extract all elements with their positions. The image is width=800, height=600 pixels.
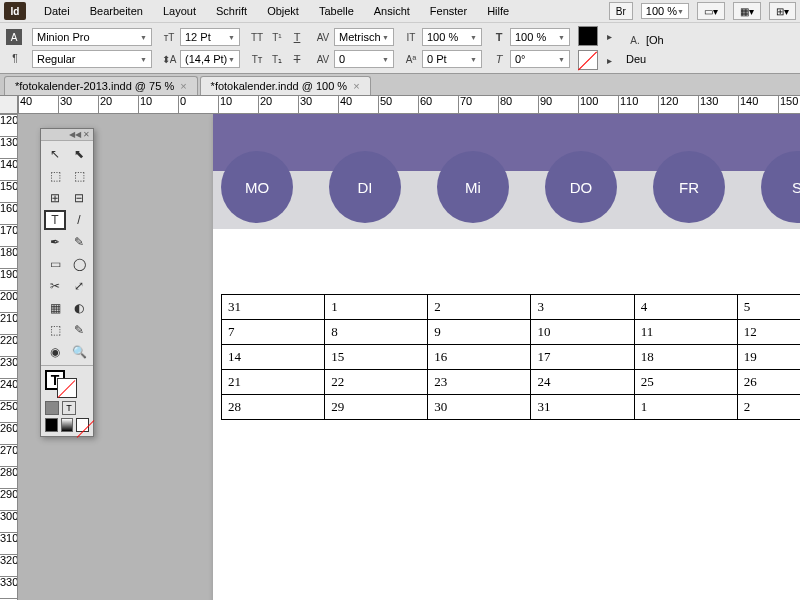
calendar-cell[interactable]: 23: [428, 370, 531, 395]
page[interactable]: MO DI Mi DO FR S 31123457891011121415161…: [213, 114, 800, 600]
calendar-cell[interactable]: 1: [325, 295, 428, 320]
tool-2[interactable]: ⬚: [44, 166, 66, 186]
tool-18[interactable]: ◉: [44, 342, 66, 362]
superscript-icon[interactable]: T¹: [268, 28, 286, 46]
ruler-origin[interactable]: [0, 96, 18, 114]
none-color-icon[interactable]: [76, 418, 89, 432]
calendar-cell[interactable]: 2: [428, 295, 531, 320]
fill-swatch[interactable]: [578, 26, 598, 46]
tool-15[interactable]: ◐: [68, 298, 90, 318]
calendar-cell[interactable]: 5: [737, 295, 800, 320]
calendar-cell[interactable]: 14: [222, 345, 325, 370]
font-family-select[interactable]: Minion Pro▼: [32, 28, 152, 46]
tool-14[interactable]: ▦: [44, 298, 66, 318]
subscript-icon[interactable]: T₁: [268, 50, 286, 68]
calendar-cell[interactable]: 9: [428, 320, 531, 345]
calendar-cell[interactable]: 16: [428, 345, 531, 370]
allcaps-icon[interactable]: TT: [248, 28, 266, 46]
baseline-select[interactable]: 0 Pt▼: [422, 50, 482, 68]
leading-select[interactable]: (14,4 Pt)▼: [180, 50, 240, 68]
tool-19[interactable]: 🔍: [68, 342, 90, 362]
tool-8[interactable]: ✒: [44, 232, 66, 252]
kerning-select[interactable]: Metrisch▼: [334, 28, 394, 46]
menu-bearbeiten[interactable]: Bearbeiten: [80, 2, 153, 20]
menu-tabelle[interactable]: Tabelle: [309, 2, 364, 20]
tool-6[interactable]: T: [44, 210, 66, 230]
skew-select[interactable]: 0°▼: [510, 50, 570, 68]
calendar-cell[interactable]: 21: [222, 370, 325, 395]
apply-container-icon[interactable]: [45, 401, 59, 415]
calendar-cell[interactable]: 26: [737, 370, 800, 395]
tracking-select[interactable]: 0▼: [334, 50, 394, 68]
calendar-cell[interactable]: 24: [531, 370, 634, 395]
strike-icon[interactable]: T: [288, 50, 306, 68]
tab-doc-1[interactable]: *fotokalender-2013.indd @ 75 %×: [4, 76, 198, 95]
calendar-cell[interactable]: 4: [634, 295, 737, 320]
tools-panel[interactable]: ◀◀ ✕ ↖⬉⬚⬚⊞⊟T/✒✎▭◯✂⤢▦◐⬚✎◉🔍 T T: [40, 128, 94, 437]
calendar-cell[interactable]: 10: [531, 320, 634, 345]
tool-7[interactable]: /: [68, 210, 90, 230]
tool-17[interactable]: ✎: [68, 320, 90, 340]
tool-11[interactable]: ◯: [68, 254, 90, 274]
tool-4[interactable]: ⊞: [44, 188, 66, 208]
calendar-cell[interactable]: 2: [737, 395, 800, 420]
menu-ansicht[interactable]: Ansicht: [364, 2, 420, 20]
tool-3[interactable]: ⬚: [68, 166, 90, 186]
ruler-horizontal[interactable]: 4030201001020304050607080901001101201301…: [18, 96, 800, 114]
font-size-select[interactable]: 12 Pt▼: [180, 28, 240, 46]
bridge-button[interactable]: Br: [609, 2, 633, 20]
close-icon[interactable]: ×: [180, 80, 186, 92]
calendar-cell[interactable]: 22: [325, 370, 428, 395]
calendar-cell[interactable]: 12: [737, 320, 800, 345]
calendar-cell[interactable]: 25: [634, 370, 737, 395]
hscale-select[interactable]: 100 %▼: [510, 28, 570, 46]
calendar-cell[interactable]: 17: [531, 345, 634, 370]
para-format-icon[interactable]: ¶: [6, 49, 24, 67]
calendar-cell[interactable]: 8: [325, 320, 428, 345]
canvas[interactable]: MO DI Mi DO FR S 31123457891011121415161…: [18, 114, 800, 600]
calendar-cell[interactable]: 28: [222, 395, 325, 420]
underline-icon[interactable]: T: [288, 28, 306, 46]
apply-text-icon[interactable]: T: [62, 401, 76, 415]
tool-9[interactable]: ✎: [68, 232, 90, 252]
calendar-cell[interactable]: 31: [531, 395, 634, 420]
char-format-icon[interactable]: A: [6, 29, 22, 45]
panel-header[interactable]: ◀◀ ✕: [41, 129, 93, 141]
calendar-cell[interactable]: 31: [222, 295, 325, 320]
gradient-icon[interactable]: [61, 418, 74, 432]
menu-objekt[interactable]: Objekt: [257, 2, 309, 20]
tool-0[interactable]: ↖: [44, 144, 66, 164]
menu-datei[interactable]: Datei: [34, 2, 80, 20]
calendar-cell[interactable]: 29: [325, 395, 428, 420]
menu-layout[interactable]: Layout: [153, 2, 206, 20]
calendar-cell[interactable]: 3: [531, 295, 634, 320]
view-mode-button[interactable]: ▭▾: [697, 2, 725, 20]
menu-schrift[interactable]: Schrift: [206, 2, 257, 20]
stroke-color[interactable]: [57, 378, 77, 398]
menu-hilfe[interactable]: Hilfe: [477, 2, 519, 20]
smallcaps-icon[interactable]: Tт: [248, 50, 266, 68]
stroke-swatch[interactable]: [578, 50, 598, 70]
calendar-cell[interactable]: 15: [325, 345, 428, 370]
close-icon[interactable]: ×: [353, 80, 359, 92]
calendar-table[interactable]: 3112345789101112141516171819212223242526…: [221, 294, 800, 420]
tool-16[interactable]: ⬚: [44, 320, 66, 340]
zoom-select[interactable]: 100 % ▼: [641, 3, 689, 19]
calendar-cell[interactable]: 1: [634, 395, 737, 420]
vscale-select[interactable]: 100 %▼: [422, 28, 482, 46]
calendar-cell[interactable]: 30: [428, 395, 531, 420]
default-colors-icon[interactable]: [45, 418, 58, 432]
calendar-cell[interactable]: 19: [737, 345, 800, 370]
ruler-vertical[interactable]: 1201301401501601701801902002102202302402…: [0, 114, 18, 600]
calendar-cell[interactable]: 11: [634, 320, 737, 345]
screen-mode-button[interactable]: ▦▾: [733, 2, 761, 20]
tool-13[interactable]: ⤢: [68, 276, 90, 296]
arrange-button[interactable]: ⊞▾: [769, 2, 796, 20]
font-style-select[interactable]: Regular▼: [32, 50, 152, 68]
menu-fenster[interactable]: Fenster: [420, 2, 477, 20]
tab-doc-2[interactable]: *fotokalender.indd @ 100 %×: [200, 76, 371, 95]
tool-1[interactable]: ⬉: [68, 144, 90, 164]
tool-5[interactable]: ⊟: [68, 188, 90, 208]
calendar-cell[interactable]: 18: [634, 345, 737, 370]
calendar-cell[interactable]: 7: [222, 320, 325, 345]
